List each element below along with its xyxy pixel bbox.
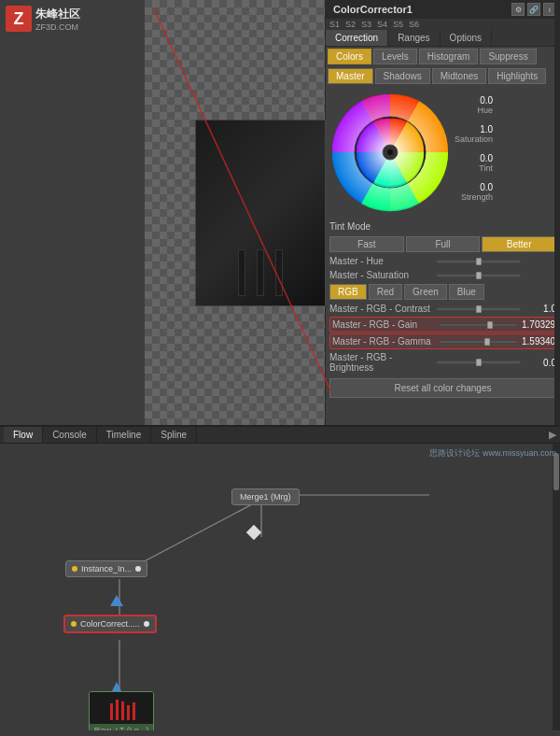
svg-marker-21 <box>112 682 121 691</box>
rp-header-icons: ⚙ 🔗 i <box>511 3 556 16</box>
tab-histogram[interactable]: Histogram <box>419 49 479 64</box>
sat-slider-label: Master - Saturation <box>329 270 432 280</box>
node-tab-spline[interactable]: Spline <box>151 427 197 443</box>
node-raw-lt[interactable]: Raw_LT (Lo...) <box>89 691 154 730</box>
tab-correction[interactable]: Correction <box>326 30 388 46</box>
node-instance-in[interactable]: Instance_In... <box>65 560 147 577</box>
hue-label-row: 0.0 Hue <box>455 95 493 115</box>
gain-thumb[interactable] <box>487 321 493 329</box>
tint-btn-fast[interactable]: Fast <box>329 236 404 252</box>
tab-midtones[interactable]: Midtones <box>432 68 487 84</box>
gamma-track[interactable] <box>439 340 518 344</box>
hue-slider-thumb[interactable] <box>476 258 482 265</box>
brightness-label: Master - RGB - Brightness <box>329 352 432 373</box>
sat-label-row: 1.0 Saturation <box>455 124 493 144</box>
output-preview-svg <box>90 692 154 724</box>
raw-lt-arrow <box>112 682 121 691</box>
svg-rect-19 <box>127 705 130 720</box>
s5-tab[interactable]: S5 <box>393 20 403 29</box>
contrast-thumb[interactable] <box>476 305 482 313</box>
s6-tab[interactable]: S6 <box>409 20 419 29</box>
gain-slider-row: Master - RGB - Gain 1.703297 <box>329 317 556 333</box>
tint-mode-label: Tint Mode <box>326 219 560 234</box>
brightness-thumb[interactable] <box>476 359 482 366</box>
node-tabs: Flow Console Timeline Spline ▶ <box>0 427 560 444</box>
s1-tab[interactable]: S1 <box>329 20 340 29</box>
rp-title: ColorCorrector1 <box>329 2 416 17</box>
svg-rect-16 <box>110 703 113 720</box>
tab-ranges[interactable]: Ranges <box>388 30 440 46</box>
tint-label: Tint <box>455 163 493 173</box>
gain-val: 1.703297 <box>522 319 553 330</box>
sat-slider-track[interactable] <box>436 274 521 277</box>
contrast-track[interactable] <box>436 307 521 311</box>
svg-point-7 <box>387 149 393 155</box>
instance-in-label: Instance_In... <box>81 564 132 573</box>
tab-shadows[interactable]: Shadows <box>375 68 430 84</box>
tab-rgb[interactable]: RGB <box>329 284 367 300</box>
wire-diamond-svg <box>245 523 263 542</box>
svg-marker-14 <box>110 595 123 606</box>
brightness-slider-row: Master - RGB - Brightness 0.0 <box>326 350 560 375</box>
sat-slider-thumb[interactable] <box>476 272 482 279</box>
node-scrollbar[interactable] <box>553 444 560 730</box>
settings-icon[interactable]: ⚙ <box>511 3 525 16</box>
gamma-thumb[interactable] <box>484 338 490 346</box>
node-colorcorrect[interactable]: ColorCorrect..... <box>63 615 157 633</box>
brightness-val: 0.0 <box>525 358 556 368</box>
svg-rect-20 <box>133 702 135 720</box>
brightness-track[interactable] <box>436 361 521 364</box>
link-icon[interactable]: 🔗 <box>527 3 540 16</box>
right-panel-scrollbar[interactable] <box>554 0 560 425</box>
node-tab-icon: ▶ <box>549 429 556 441</box>
viewport-area: Z 朱峰社区 ZF3D.COM ColorCorrector1 <box>0 0 560 425</box>
instance-arrow-svg <box>110 595 123 608</box>
color-wheel[interactable] <box>329 92 451 213</box>
svg-rect-18 <box>121 701 124 720</box>
strength-value: 0.0 <box>455 182 493 192</box>
hue-label: Hue <box>455 106 493 115</box>
gain-track[interactable] <box>439 323 518 327</box>
wheel-labels: 0.0 Hue 1.0 Saturation 0.0 Tint 0.0 Stre… <box>455 92 493 207</box>
logo-title: 朱峰社区 <box>35 7 80 22</box>
tab-suppress[interactable]: Suppress <box>480 49 536 64</box>
mode-tabs: Master Shadows Midtones Highlights <box>326 66 560 86</box>
logo-text: 朱峰社区 ZF3D.COM <box>35 7 80 32</box>
gain-label: Master - RGB - Gain <box>332 319 435 330</box>
s4-tab[interactable]: S4 <box>377 20 387 29</box>
tint-mode-buttons: Fast Full Better <box>326 234 560 254</box>
colorcorrect-label: ColorCorrect..... <box>80 619 140 629</box>
tab-colors[interactable]: Colors <box>328 49 371 64</box>
hue-slider-label: Master - Hue <box>329 256 432 266</box>
instance-dot-right <box>135 566 141 572</box>
node-connections-svg <box>0 444 560 730</box>
colorcorrect-dot-right <box>144 621 149 627</box>
raw-lt-label: Raw_LT (Lo...) <box>94 726 149 730</box>
node-tab-timeline[interactable]: Timeline <box>97 427 151 443</box>
node-tab-flow[interactable]: Flow <box>4 427 43 443</box>
tint-btn-full[interactable]: Full <box>406 236 481 252</box>
sat-value: 1.0 <box>455 124 493 134</box>
tab-highlights[interactable]: Highlights <box>488 68 546 84</box>
tab-green[interactable]: Green <box>404 284 447 300</box>
svg-marker-13 <box>246 525 261 540</box>
node-canvas[interactable]: Merge1 (Mrg) Instance_In... ColorCorrect… <box>0 444 560 730</box>
tab-blue[interactable]: Blue <box>449 284 484 300</box>
reset-button[interactable]: Reset all color changes <box>329 378 556 398</box>
tint-label-row: 0.0 Tint <box>455 153 493 173</box>
tab-red[interactable]: Red <box>369 284 402 300</box>
render-legs <box>238 249 283 296</box>
tint-btn-better[interactable]: Better <box>482 236 556 252</box>
tab-levels[interactable]: Levels <box>373 49 417 64</box>
tab-options[interactable]: Options <box>441 30 492 46</box>
s3-tab[interactable]: S3 <box>361 20 371 29</box>
node-tab-console[interactable]: Console <box>43 427 97 443</box>
sat-slider-row: Master - Saturation <box>326 268 560 282</box>
contrast-slider-row: Master - RGB - Contrast 1.0 <box>326 302 560 316</box>
s2-tab[interactable]: S2 <box>345 20 356 29</box>
tab-master[interactable]: Master <box>328 68 373 84</box>
gamma-label: Master - RGB - Gamma <box>332 336 435 347</box>
sat-label: Saturation <box>455 134 493 144</box>
node-merge1[interactable]: Merge1 (Mrg) <box>231 488 300 505</box>
hue-slider-track[interactable] <box>436 260 521 263</box>
